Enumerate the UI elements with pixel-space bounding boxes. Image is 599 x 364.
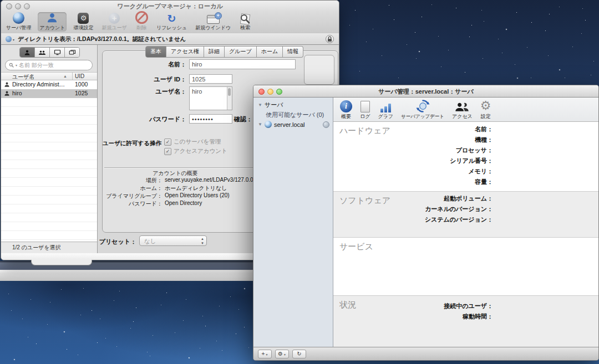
wgm-drawer-handle[interactable] — [31, 260, 92, 265]
field-capacity: 容量： — [333, 177, 493, 187]
new-user-icon: + — [109, 12, 120, 24]
tab-basic[interactable]: 基本 — [145, 46, 166, 58]
access-account-checkbox[interactable]: ✓ アクセスアカウント — [164, 147, 227, 155]
user-list-empty-area[interactable] — [1, 98, 97, 242]
search-icon — [239, 12, 251, 24]
tab-privileges[interactable]: アクセス権 — [166, 46, 204, 58]
field-serial-number: シリアル番号： — [333, 156, 493, 166]
sa-sidebar: ▼ サーバ 使用可能なサーバ (0) ▼ server.local — [253, 98, 333, 347]
tab-info[interactable]: 情報 — [283, 46, 303, 58]
overview-sections: ハードウェア 名前： 機種： プロセッサ： シリアル番号： メモリ： 容量： ソ… — [333, 122, 598, 347]
toolbar-delete-button[interactable]: 削除 — [134, 12, 150, 32]
toolbar-new-user-button[interactable]: + 新規ユーザ — [100, 12, 128, 32]
sa-titlebar[interactable]: サーバ管理：server.local：サーバ — [253, 85, 598, 98]
tab-advanced[interactable]: 詳細 — [204, 46, 225, 58]
disclosure-triangle-icon[interactable]: ▼ — [258, 122, 262, 127]
screen: ワークグループマネージャ：ローカル サーバ管理 アカウント ⚙ 環境設定 + 新… — [0, 0, 599, 364]
action-menu-button[interactable]: ⚙▼ — [275, 350, 289, 358]
column-username[interactable]: ユーザ名 — [12, 73, 34, 81]
field-model: 機種： — [333, 135, 493, 145]
directory-status-text: ディレクトリを表示：/LDAPv3/127.0.0.1。認証されていません — [18, 35, 186, 43]
section-status: 状況 接続中のユーザ： 稼動時間： — [333, 295, 598, 348]
toolbar-preferences-button[interactable]: ⚙ 環境設定 — [72, 12, 95, 32]
sort-asc-icon: ▲ — [63, 74, 67, 78]
field-kernel-version: カーネルのバージョン： — [333, 204, 493, 214]
sa-main-pane: i 概要 ログ グラフ — [333, 98, 598, 347]
popup-arrows-icon: ▲▼ — [201, 237, 204, 245]
scrollbar[interactable] — [227, 87, 232, 110]
field-boot-volume: 起動ボリューム： — [333, 193, 493, 204]
field-memory: メモリ： — [333, 166, 493, 177]
refresh-button[interactable]: ↻ — [292, 350, 306, 358]
server-admin-window: サーバ管理：server.local：サーバ ▼ サーバ 使用可能なサーバ (0… — [253, 85, 599, 361]
field-system-version: システムのバージョン： — [333, 214, 493, 225]
toolbar-search-button[interactable]: 検索 — [237, 12, 253, 32]
toolbar-new-window-button[interactable]: + 新規ウインドウ — [194, 12, 232, 32]
user-id-field[interactable]: 1025 — [189, 74, 232, 84]
overview-info-icon: i — [340, 99, 352, 112]
lock-icon[interactable] — [326, 35, 334, 43]
allow-operations-label: ユーザに許可する操作 — [98, 140, 161, 147]
toolbar-log-button[interactable]: ログ — [360, 99, 370, 120]
column-uid[interactable]: UID — [75, 73, 84, 79]
user-row-hiro[interactable]: hiro 1025 — [1, 89, 97, 98]
chevron-down-icon: ▼ — [283, 353, 286, 356]
tab-home[interactable]: ホーム — [257, 46, 283, 58]
user-search-input[interactable]: ▾ 名前 部分一致 — [5, 60, 93, 70]
name-field[interactable]: hiro — [189, 59, 296, 69]
user-id-label: ユーザ ID： — [103, 75, 186, 84]
wgm-toolbar: サーバ管理 アカウント ⚙ 環境設定 + 新規ユーザ 削除 ↻ — [1, 12, 339, 33]
log-document-icon — [361, 99, 370, 112]
toolbar-accounts-button[interactable]: アカウント — [38, 12, 67, 32]
toolbar-server-update-button[interactable]: サーバアップデート — [401, 99, 444, 120]
window-title: サーバ管理：server.local：サーバ — [253, 88, 598, 96]
window-title: ワークグループマネージャ：ローカル — [1, 2, 339, 11]
account-summary-title: アカウントの概要 — [128, 170, 222, 177]
computers-segment[interactable] — [50, 48, 65, 57]
password-field[interactable]: •••••••• — [189, 114, 232, 124]
name-label: 名前： — [103, 60, 186, 69]
preset-popup-menu[interactable]: なし ▲▼ — [139, 235, 207, 246]
short-name-label: ユーザ名： — [103, 88, 186, 96]
directory-globe-icon[interactable] — [6, 36, 12, 42]
tab-groups[interactable]: グループ — [225, 46, 257, 58]
preferences-gear-icon: ⚙ — [78, 12, 89, 24]
wgm-titlebar[interactable]: ワークグループマネージャ：ローカル — [1, 1, 339, 12]
sidebar-item-server-local[interactable]: ▼ server.local — [258, 121, 329, 128]
toolbar-refresh-button[interactable]: ↻ リフレッシュ — [155, 12, 189, 32]
section-services: サービス — [333, 238, 598, 295]
sidebar-available-servers: 使用可能なサーバ (0) — [266, 111, 324, 119]
preset-label: プリセット： — [98, 238, 136, 246]
user-row-directory-administrator[interactable]: Directory Administ… 1000 — [1, 80, 97, 89]
server-update-icon — [416, 99, 430, 113]
server-admin-sphere-icon — [13, 12, 24, 24]
field-processor: プロセッサ： — [333, 145, 493, 156]
disclosure-triangle-icon[interactable]: ▼ — [258, 102, 262, 107]
column-divider[interactable] — [72, 73, 73, 80]
selection-status-text: 1/2 のユーザを選択 — [1, 242, 97, 253]
users-segment[interactable] — [20, 48, 35, 57]
user-picture-well[interactable] — [304, 55, 334, 85]
delete-prohibition-icon — [135, 12, 148, 24]
computer-groups-segment[interactable] — [65, 48, 79, 57]
record-tabs: 基本 アクセス権 詳細 グループ ホーム 情報 — [145, 46, 303, 58]
user-list-header: ユーザ名 ▲ UID — [1, 72, 97, 80]
admin-server-checkbox[interactable]: ✓ このサーバを管理 — [164, 138, 221, 146]
sidebar-group-servers[interactable]: ▼ サーバ — [258, 101, 283, 109]
user-icon — [4, 81, 10, 89]
toolbar-access-button[interactable]: アクセス — [452, 99, 473, 120]
groups-segment[interactable] — [35, 48, 50, 57]
toolbar-graphs-button[interactable]: グラフ — [378, 99, 393, 120]
toolbar-overview-button[interactable]: i 概要 — [340, 99, 352, 120]
sa-bottom-bar: +▼ ⚙▼ ↻ — [253, 347, 598, 360]
toolbar-server-admin-button[interactable]: サーバ管理 — [4, 12, 33, 32]
chevron-down-icon: ▼ — [265, 353, 268, 356]
user-icon — [4, 90, 10, 98]
toolbar-settings-button[interactable]: ⚙ 設定 — [480, 99, 491, 120]
password-label: パスワード： — [103, 115, 186, 124]
short-names-box[interactable]: hiro — [189, 86, 232, 110]
add-server-button[interactable]: +▼ — [258, 350, 272, 358]
chevron-down-icon: ▾ — [16, 63, 17, 67]
server-status-icon — [323, 121, 329, 128]
chevron-down-icon: ▾ — [13, 38, 14, 42]
